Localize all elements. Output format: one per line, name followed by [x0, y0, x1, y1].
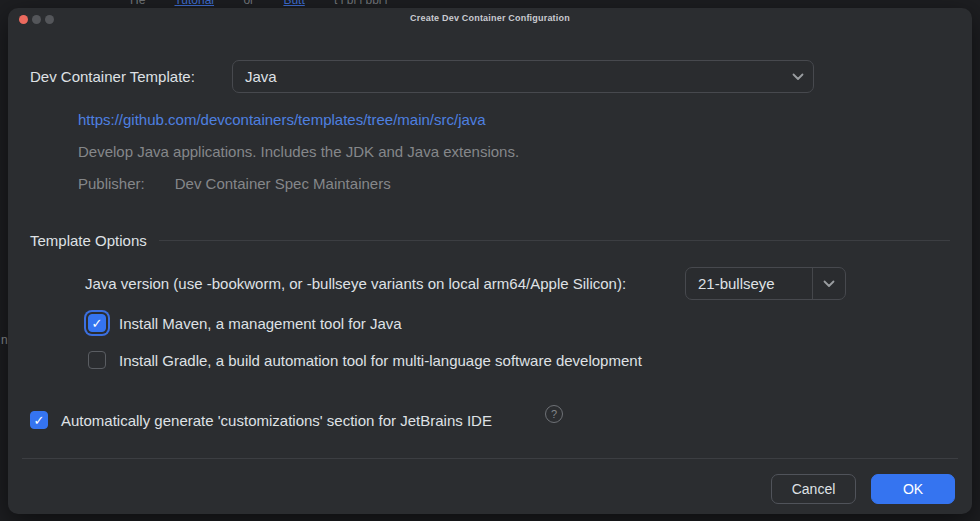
template-source-link[interactable]: https://github.com/devcontainers/templat…	[78, 111, 486, 128]
install-gradle-checkbox[interactable]: ✓	[88, 351, 106, 369]
java-version-dropdown[interactable]: 21-bullseye	[685, 267, 846, 300]
background-text-fragment: He	[130, 0, 145, 7]
template-options-section-header: Template Options	[30, 232, 950, 249]
chevron-down-icon	[783, 61, 813, 92]
install-maven-checkbox[interactable]: ✓	[88, 314, 106, 332]
window-title: Create Dev Container Configuration	[8, 13, 972, 23]
help-icon[interactable]: ?	[545, 405, 563, 423]
section-title: Template Options	[30, 232, 147, 249]
publisher-value: Dev Container Spec Maintainers	[175, 175, 391, 192]
background-link-fragment: Butt	[283, 0, 304, 7]
install-gradle-row: ✓ Install Gradle, a build automation too…	[88, 351, 642, 369]
generate-customizations-label[interactable]: Automatically generate 'customizations' …	[61, 412, 492, 429]
section-divider	[159, 240, 950, 241]
background-editor-strip: He Tutorial or Butt t l bl l bbl i	[0, 0, 980, 8]
publisher-label: Publisher:	[78, 175, 145, 192]
check-icon: ✓	[34, 413, 45, 428]
generate-customizations-checkbox[interactable]: ✓	[30, 411, 48, 429]
template-description: Develop Java applications. Includes the …	[78, 143, 519, 160]
background-editor-text: He Tutorial or Butt t l bl l bbl i	[130, 0, 413, 7]
background-text-fragment: or	[243, 0, 254, 7]
chevron-down-icon	[812, 268, 845, 299]
background-link-fragment: Tutorial	[174, 0, 214, 7]
create-dev-container-dialog: Create Dev Container Configuration Dev C…	[8, 8, 972, 514]
template-dropdown[interactable]: Java	[232, 60, 814, 93]
cancel-button[interactable]: Cancel	[771, 474, 856, 504]
check-icon: ✓	[92, 353, 103, 368]
java-version-label: Java version (use -bookworm, or -bullsey…	[85, 267, 626, 300]
java-version-dropdown-value: 21-bullseye	[686, 275, 812, 292]
install-maven-label[interactable]: Install Maven, a management tool for Jav…	[119, 315, 402, 332]
footer-divider	[22, 458, 958, 459]
background-text-fragment: t l bl l bbl i	[334, 0, 387, 7]
generate-customizations-row: ✓ Automatically generate 'customizations…	[30, 411, 492, 429]
install-maven-row: ✓ Install Maven, a management tool for J…	[88, 314, 402, 332]
template-label: Dev Container Template:	[30, 60, 195, 93]
template-dropdown-value: Java	[233, 68, 783, 85]
install-gradle-label[interactable]: Install Gradle, a build automation tool …	[119, 352, 642, 369]
publisher-row: Publisher: Dev Container Spec Maintainer…	[78, 175, 391, 192]
ok-button[interactable]: OK	[871, 474, 955, 504]
check-icon: ✓	[92, 316, 103, 331]
title-bar: Create Dev Container Configuration	[8, 8, 972, 32]
